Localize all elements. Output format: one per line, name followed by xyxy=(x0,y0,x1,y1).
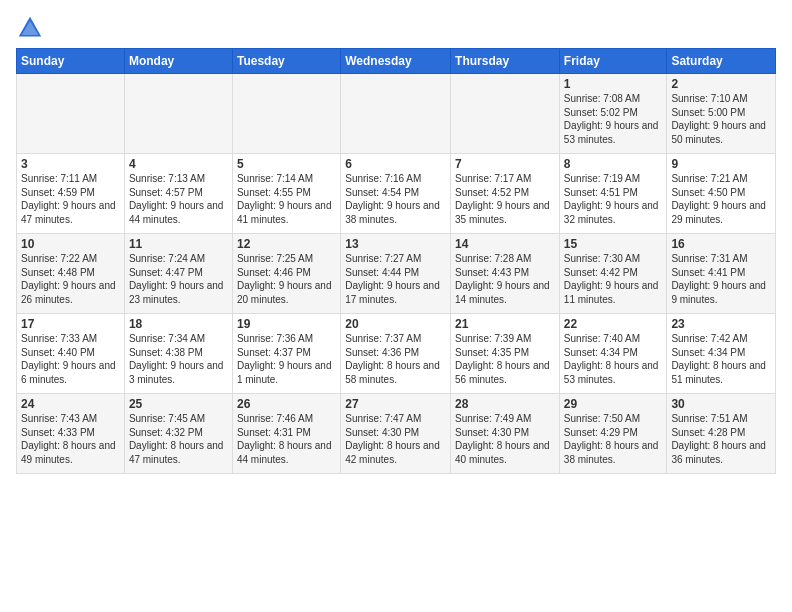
calendar-week-1: 3Sunrise: 7:11 AM Sunset: 4:59 PM Daylig… xyxy=(17,154,776,234)
calendar-cell xyxy=(232,74,340,154)
calendar-cell: 7Sunrise: 7:17 AM Sunset: 4:52 PM Daylig… xyxy=(451,154,560,234)
calendar-week-0: 1Sunrise: 7:08 AM Sunset: 5:02 PM Daylig… xyxy=(17,74,776,154)
day-number: 6 xyxy=(345,157,446,171)
calendar-cell: 15Sunrise: 7:30 AM Sunset: 4:42 PM Dayli… xyxy=(559,234,667,314)
day-number: 22 xyxy=(564,317,663,331)
calendar-cell: 26Sunrise: 7:46 AM Sunset: 4:31 PM Dayli… xyxy=(232,394,340,474)
calendar-cell: 18Sunrise: 7:34 AM Sunset: 4:38 PM Dayli… xyxy=(124,314,232,394)
calendar-cell xyxy=(124,74,232,154)
calendar-header-wednesday: Wednesday xyxy=(341,49,451,74)
calendar-cell: 21Sunrise: 7:39 AM Sunset: 4:35 PM Dayli… xyxy=(451,314,560,394)
day-info: Sunrise: 7:47 AM Sunset: 4:30 PM Dayligh… xyxy=(345,412,446,466)
calendar-cell: 17Sunrise: 7:33 AM Sunset: 4:40 PM Dayli… xyxy=(17,314,125,394)
day-info: Sunrise: 7:16 AM Sunset: 4:54 PM Dayligh… xyxy=(345,172,446,226)
day-info: Sunrise: 7:37 AM Sunset: 4:36 PM Dayligh… xyxy=(345,332,446,386)
day-number: 20 xyxy=(345,317,446,331)
day-info: Sunrise: 7:50 AM Sunset: 4:29 PM Dayligh… xyxy=(564,412,663,466)
day-info: Sunrise: 7:36 AM Sunset: 4:37 PM Dayligh… xyxy=(237,332,336,386)
day-number: 25 xyxy=(129,397,228,411)
day-info: Sunrise: 7:22 AM Sunset: 4:48 PM Dayligh… xyxy=(21,252,120,306)
calendar-cell: 2Sunrise: 7:10 AM Sunset: 5:00 PM Daylig… xyxy=(667,74,776,154)
page: SundayMondayTuesdayWednesdayThursdayFrid… xyxy=(0,0,792,612)
day-info: Sunrise: 7:24 AM Sunset: 4:47 PM Dayligh… xyxy=(129,252,228,306)
day-number: 27 xyxy=(345,397,446,411)
header xyxy=(16,10,776,42)
calendar-cell: 8Sunrise: 7:19 AM Sunset: 4:51 PM Daylig… xyxy=(559,154,667,234)
calendar-week-3: 17Sunrise: 7:33 AM Sunset: 4:40 PM Dayli… xyxy=(17,314,776,394)
day-number: 24 xyxy=(21,397,120,411)
calendar-cell: 22Sunrise: 7:40 AM Sunset: 4:34 PM Dayli… xyxy=(559,314,667,394)
logo xyxy=(16,14,46,42)
day-number: 2 xyxy=(671,77,771,91)
calendar-cell: 9Sunrise: 7:21 AM Sunset: 4:50 PM Daylig… xyxy=(667,154,776,234)
day-number: 14 xyxy=(455,237,555,251)
calendar-cell: 1Sunrise: 7:08 AM Sunset: 5:02 PM Daylig… xyxy=(559,74,667,154)
day-info: Sunrise: 7:28 AM Sunset: 4:43 PM Dayligh… xyxy=(455,252,555,306)
day-number: 13 xyxy=(345,237,446,251)
day-number: 3 xyxy=(21,157,120,171)
calendar-cell: 16Sunrise: 7:31 AM Sunset: 4:41 PM Dayli… xyxy=(667,234,776,314)
calendar-cell: 25Sunrise: 7:45 AM Sunset: 4:32 PM Dayli… xyxy=(124,394,232,474)
calendar-week-4: 24Sunrise: 7:43 AM Sunset: 4:33 PM Dayli… xyxy=(17,394,776,474)
day-number: 4 xyxy=(129,157,228,171)
day-number: 16 xyxy=(671,237,771,251)
day-info: Sunrise: 7:14 AM Sunset: 4:55 PM Dayligh… xyxy=(237,172,336,226)
day-number: 1 xyxy=(564,77,663,91)
calendar-body: 1Sunrise: 7:08 AM Sunset: 5:02 PM Daylig… xyxy=(17,74,776,474)
calendar-cell: 19Sunrise: 7:36 AM Sunset: 4:37 PM Dayli… xyxy=(232,314,340,394)
day-info: Sunrise: 7:45 AM Sunset: 4:32 PM Dayligh… xyxy=(129,412,228,466)
day-number: 18 xyxy=(129,317,228,331)
calendar-cell: 13Sunrise: 7:27 AM Sunset: 4:44 PM Dayli… xyxy=(341,234,451,314)
calendar-week-2: 10Sunrise: 7:22 AM Sunset: 4:48 PM Dayli… xyxy=(17,234,776,314)
day-number: 5 xyxy=(237,157,336,171)
calendar-cell: 5Sunrise: 7:14 AM Sunset: 4:55 PM Daylig… xyxy=(232,154,340,234)
day-info: Sunrise: 7:13 AM Sunset: 4:57 PM Dayligh… xyxy=(129,172,228,226)
day-number: 30 xyxy=(671,397,771,411)
day-info: Sunrise: 7:25 AM Sunset: 4:46 PM Dayligh… xyxy=(237,252,336,306)
day-number: 26 xyxy=(237,397,336,411)
day-info: Sunrise: 7:51 AM Sunset: 4:28 PM Dayligh… xyxy=(671,412,771,466)
calendar-cell xyxy=(341,74,451,154)
day-info: Sunrise: 7:30 AM Sunset: 4:42 PM Dayligh… xyxy=(564,252,663,306)
day-info: Sunrise: 7:08 AM Sunset: 5:02 PM Dayligh… xyxy=(564,92,663,146)
calendar-cell: 11Sunrise: 7:24 AM Sunset: 4:47 PM Dayli… xyxy=(124,234,232,314)
calendar-cell: 4Sunrise: 7:13 AM Sunset: 4:57 PM Daylig… xyxy=(124,154,232,234)
calendar-cell xyxy=(451,74,560,154)
calendar-header-friday: Friday xyxy=(559,49,667,74)
day-info: Sunrise: 7:21 AM Sunset: 4:50 PM Dayligh… xyxy=(671,172,771,226)
calendar-cell: 3Sunrise: 7:11 AM Sunset: 4:59 PM Daylig… xyxy=(17,154,125,234)
day-info: Sunrise: 7:31 AM Sunset: 4:41 PM Dayligh… xyxy=(671,252,771,306)
calendar-cell: 6Sunrise: 7:16 AM Sunset: 4:54 PM Daylig… xyxy=(341,154,451,234)
calendar-cell: 23Sunrise: 7:42 AM Sunset: 4:34 PM Dayli… xyxy=(667,314,776,394)
day-info: Sunrise: 7:19 AM Sunset: 4:51 PM Dayligh… xyxy=(564,172,663,226)
day-number: 11 xyxy=(129,237,228,251)
calendar-cell: 24Sunrise: 7:43 AM Sunset: 4:33 PM Dayli… xyxy=(17,394,125,474)
logo-icon xyxy=(16,14,44,42)
day-number: 28 xyxy=(455,397,555,411)
calendar-cell: 27Sunrise: 7:47 AM Sunset: 4:30 PM Dayli… xyxy=(341,394,451,474)
day-number: 23 xyxy=(671,317,771,331)
day-number: 21 xyxy=(455,317,555,331)
day-number: 15 xyxy=(564,237,663,251)
day-info: Sunrise: 7:39 AM Sunset: 4:35 PM Dayligh… xyxy=(455,332,555,386)
calendar-header-thursday: Thursday xyxy=(451,49,560,74)
calendar-header-tuesday: Tuesday xyxy=(232,49,340,74)
day-info: Sunrise: 7:43 AM Sunset: 4:33 PM Dayligh… xyxy=(21,412,120,466)
day-info: Sunrise: 7:10 AM Sunset: 5:00 PM Dayligh… xyxy=(671,92,771,146)
calendar-cell: 28Sunrise: 7:49 AM Sunset: 4:30 PM Dayli… xyxy=(451,394,560,474)
day-info: Sunrise: 7:11 AM Sunset: 4:59 PM Dayligh… xyxy=(21,172,120,226)
calendar-cell: 20Sunrise: 7:37 AM Sunset: 4:36 PM Dayli… xyxy=(341,314,451,394)
calendar-table: SundayMondayTuesdayWednesdayThursdayFrid… xyxy=(16,48,776,474)
day-info: Sunrise: 7:46 AM Sunset: 4:31 PM Dayligh… xyxy=(237,412,336,466)
calendar-cell: 10Sunrise: 7:22 AM Sunset: 4:48 PM Dayli… xyxy=(17,234,125,314)
calendar-cell: 30Sunrise: 7:51 AM Sunset: 4:28 PM Dayli… xyxy=(667,394,776,474)
calendar-cell xyxy=(17,74,125,154)
day-number: 7 xyxy=(455,157,555,171)
day-info: Sunrise: 7:34 AM Sunset: 4:38 PM Dayligh… xyxy=(129,332,228,386)
calendar-cell: 12Sunrise: 7:25 AM Sunset: 4:46 PM Dayli… xyxy=(232,234,340,314)
calendar-cell: 14Sunrise: 7:28 AM Sunset: 4:43 PM Dayli… xyxy=(451,234,560,314)
calendar-cell: 29Sunrise: 7:50 AM Sunset: 4:29 PM Dayli… xyxy=(559,394,667,474)
day-number: 19 xyxy=(237,317,336,331)
day-number: 10 xyxy=(21,237,120,251)
day-number: 12 xyxy=(237,237,336,251)
